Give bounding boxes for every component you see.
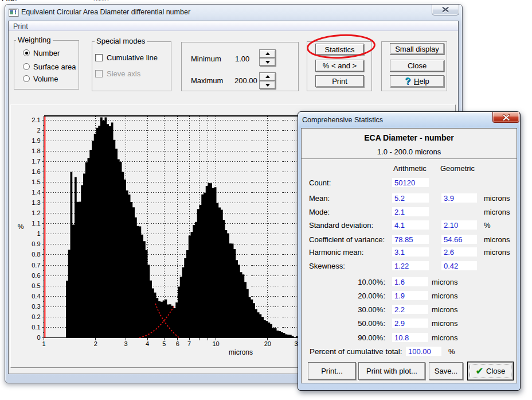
svg-text:1: 1 <box>37 230 40 237</box>
svg-text:1.9: 1.9 <box>32 137 40 144</box>
svg-text:3: 3 <box>124 340 128 347</box>
svg-text:0.6: 0.6 <box>32 272 40 279</box>
svg-text:1.5: 1.5 <box>32 178 40 185</box>
svg-text:6: 6 <box>176 340 179 347</box>
svg-text:0.2: 0.2 <box>32 313 40 320</box>
svg-text:0.9: 0.9 <box>32 240 40 247</box>
svg-text:%: % <box>18 223 24 231</box>
svg-text:7: 7 <box>187 340 191 347</box>
svg-text:1.4: 1.4 <box>32 189 40 196</box>
svg-text:1.3: 1.3 <box>32 199 40 206</box>
svg-text:1: 1 <box>42 340 45 347</box>
svg-text:20: 20 <box>264 340 271 347</box>
svg-text:0.4: 0.4 <box>32 293 40 300</box>
svg-text:1.7: 1.7 <box>32 158 40 165</box>
svg-text:1.6: 1.6 <box>32 168 40 175</box>
svg-text:0.3: 0.3 <box>32 303 40 310</box>
svg-text:4: 4 <box>146 340 149 347</box>
svg-text:0: 0 <box>37 334 40 341</box>
svg-text:0.1: 0.1 <box>32 324 40 331</box>
svg-text:microns: microns <box>229 348 253 356</box>
svg-text:10: 10 <box>212 340 219 347</box>
svg-text:2: 2 <box>37 127 40 134</box>
svg-text:2: 2 <box>94 340 97 347</box>
svg-text:0.5: 0.5 <box>32 282 40 289</box>
svg-text:2.1: 2.1 <box>32 116 40 123</box>
svg-text:1.8: 1.8 <box>32 147 40 154</box>
svg-text:1.1: 1.1 <box>32 220 40 227</box>
svg-text:1.2: 1.2 <box>32 209 40 216</box>
svg-text:0.8: 0.8 <box>32 251 40 258</box>
svg-text:5: 5 <box>162 340 166 347</box>
svg-text:0.7: 0.7 <box>32 262 40 269</box>
